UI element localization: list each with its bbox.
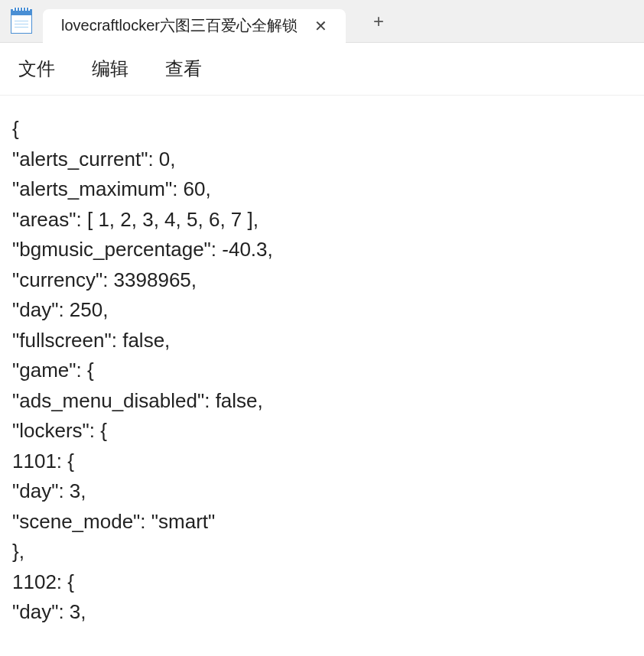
tab-title: lovecraftlocker六图三百爱心全解锁 [61, 15, 298, 36]
app-icon-container [0, 0, 43, 43]
text-content[interactable]: { "alerts_current": 0, "alerts_maximum":… [0, 96, 644, 656]
menu-view[interactable]: 查看 [147, 54, 220, 84]
active-tab[interactable]: lovecraftlocker六图三百爱心全解锁 ✕ [43, 9, 346, 43]
close-icon[interactable]: ✕ [308, 15, 333, 37]
new-tab-button[interactable]: + [364, 5, 393, 38]
menu-bar: 文件 编辑 查看 [0, 43, 644, 96]
notepad-icon [11, 9, 32, 34]
title-bar: lovecraftlocker六图三百爱心全解锁 ✕ + [0, 0, 644, 43]
menu-edit[interactable]: 编辑 [73, 54, 147, 84]
menu-file[interactable]: 文件 [0, 54, 73, 84]
